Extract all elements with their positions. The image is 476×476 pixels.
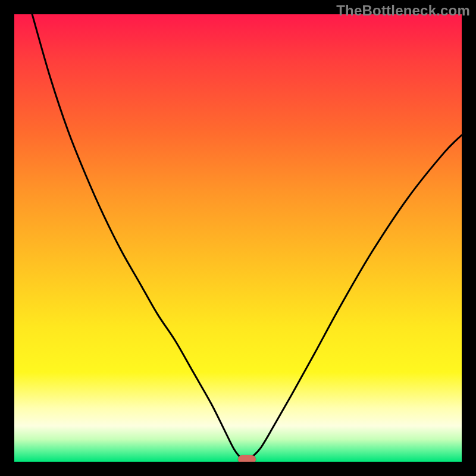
chart-frame: TheBottleneck.com (0, 0, 476, 476)
plot-area (14, 14, 462, 462)
gradient-background (14, 14, 462, 462)
watermark-text: TheBottleneck.com (336, 2, 470, 19)
minimum-marker (238, 455, 256, 462)
